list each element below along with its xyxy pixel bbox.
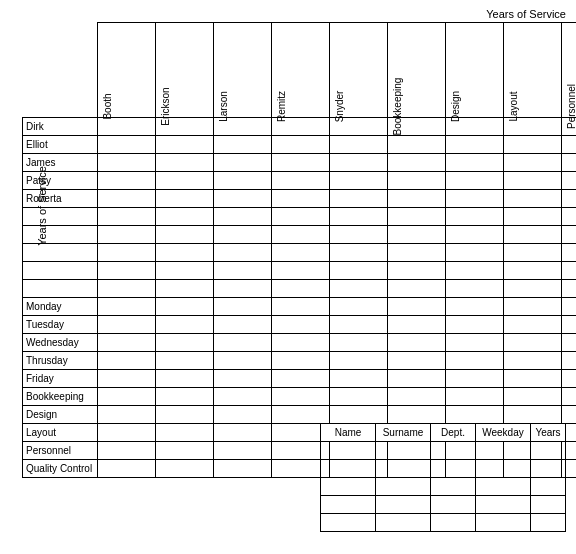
blank-row-1 bbox=[23, 208, 577, 226]
blank-row-4 bbox=[23, 262, 577, 280]
label-design: Design bbox=[23, 406, 98, 424]
mini-table: Name Surname Dept. Weekday Years bbox=[320, 423, 566, 532]
col-bookkeeping: Bookkeeping bbox=[388, 23, 446, 118]
row-design: Design bbox=[23, 406, 577, 424]
blank-row-3 bbox=[23, 244, 577, 262]
row-thrusday: Thrusday bbox=[23, 352, 577, 370]
label-dirk: Dirk bbox=[23, 118, 98, 136]
mini-row-1 bbox=[321, 442, 566, 460]
col-erickson: Erickson bbox=[156, 23, 214, 118]
col-snyder: Snyder bbox=[330, 23, 388, 118]
row-friday: Friday bbox=[23, 370, 577, 388]
mini-col-name: Name bbox=[321, 424, 376, 442]
label-monday: Monday bbox=[23, 298, 98, 316]
main-table: Booth Erickson Larson Remitz Snyder Book… bbox=[22, 22, 576, 478]
blank-label-5 bbox=[23, 280, 98, 298]
label-james: James bbox=[23, 154, 98, 172]
page-container: Years of Service Years of Service Booth … bbox=[0, 0, 576, 554]
mini-col-weekday: Weekday bbox=[476, 424, 531, 442]
label-tuesday: Tuesday bbox=[23, 316, 98, 334]
label-roberta: Roberta bbox=[23, 190, 98, 208]
mini-col-dept: Dept. bbox=[431, 424, 476, 442]
mini-row-5 bbox=[321, 514, 566, 532]
col-remitz: Remitz bbox=[272, 23, 330, 118]
row-james: James bbox=[23, 154, 577, 172]
col-larson: Larson bbox=[214, 23, 272, 118]
col-personnel: Personnel bbox=[562, 23, 577, 118]
blank-row-2 bbox=[23, 226, 577, 244]
label-thrusday: Thrusday bbox=[23, 352, 98, 370]
row-tuesday: Tuesday bbox=[23, 316, 577, 334]
row-bookkeeping: Bookkeeping bbox=[23, 388, 577, 406]
row-monday: Monday bbox=[23, 298, 577, 316]
blank-label-3 bbox=[23, 244, 98, 262]
blank-label-2 bbox=[23, 226, 98, 244]
mini-col-years: Years bbox=[531, 424, 566, 442]
label-quality-control: Quality Control bbox=[23, 460, 98, 478]
label-layout: Layout bbox=[23, 424, 98, 442]
label-wednesday: Wednesday bbox=[23, 334, 98, 352]
label-bookkeeping: Bookkeeping bbox=[23, 388, 98, 406]
row-roberta: Roberta bbox=[23, 190, 577, 208]
row-patsy: Patsy bbox=[23, 172, 577, 190]
col-booth: Booth bbox=[98, 23, 156, 118]
blank-row-5 bbox=[23, 280, 577, 298]
blank-label-4 bbox=[23, 262, 98, 280]
col-design: Design bbox=[446, 23, 504, 118]
row-wednesday: Wednesday bbox=[23, 334, 577, 352]
mini-row-3 bbox=[321, 478, 566, 496]
mini-row-4 bbox=[321, 496, 566, 514]
col-layout: Layout bbox=[504, 23, 562, 118]
label-patsy: Patsy bbox=[23, 172, 98, 190]
label-elliot: Elliot bbox=[23, 136, 98, 154]
blank-label-1 bbox=[23, 208, 98, 226]
years-label-top: Years of Service bbox=[486, 8, 566, 20]
label-personnel: Personnel bbox=[23, 442, 98, 460]
mini-row-2 bbox=[321, 460, 566, 478]
label-friday: Friday bbox=[23, 370, 98, 388]
main-grid-wrapper: Booth Erickson Larson Remitz Snyder Book… bbox=[22, 22, 576, 478]
mini-table-wrapper: Name Surname Dept. Weekday Years bbox=[320, 423, 566, 532]
mini-col-surname: Surname bbox=[376, 424, 431, 442]
